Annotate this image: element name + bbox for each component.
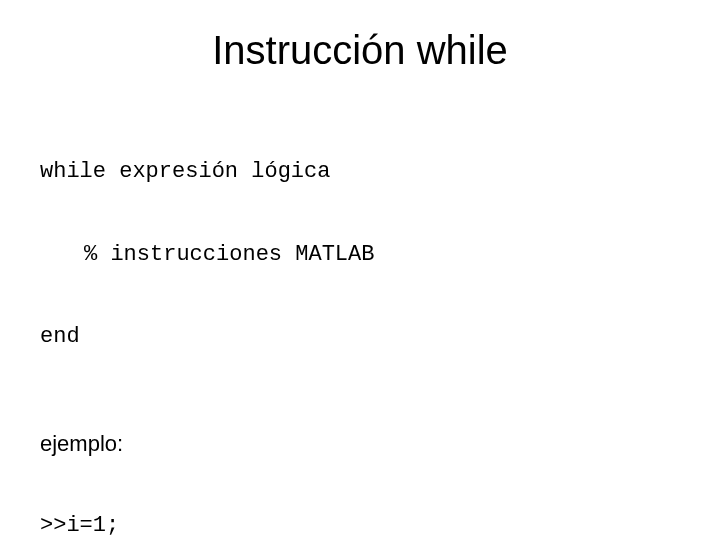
syntax-line-body: % instrucciones MATLAB [40,241,680,269]
slide: Instrucción while while expresión lógica… [0,0,720,540]
example-code: >>i=1; >>while i<=10 disp(i); i=i+1; end… [40,457,680,540]
syntax-line-end: end [40,323,680,351]
example-block: ejemplo: >>i=1; >>while i<=10 disp(i); i… [40,430,680,541]
example-label: ejemplo: [40,430,680,458]
syntax-line-while: while expresión lógica [40,158,680,186]
example-line: >>i=1; [40,512,680,540]
syntax-block: while expresión lógica % instrucciones M… [40,103,680,406]
slide-title: Instrucción while [40,28,680,73]
